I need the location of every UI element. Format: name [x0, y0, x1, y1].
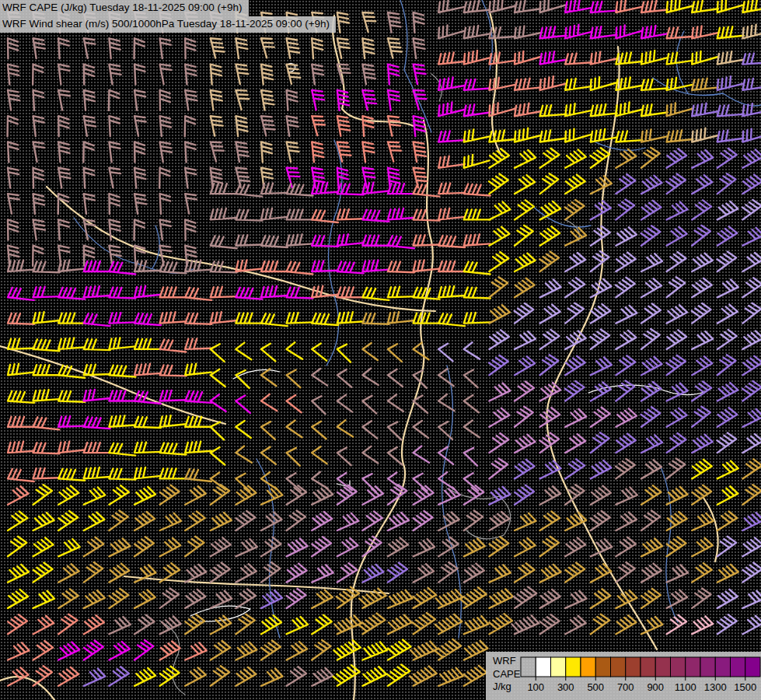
legend-color-cell [700, 657, 715, 677]
legend-color-cell [536, 657, 550, 677]
legend-tick-label: 100 [527, 681, 544, 693]
legend-color-cell [686, 657, 700, 677]
title-line-shear: WRF Wind shear (m/s) 500/1000hPa Tuesday… [0, 16, 336, 33]
legend-tick-label: 700 [617, 681, 634, 693]
legend-label-model: WRF [493, 655, 520, 668]
legend-tick-label: 1300 [704, 681, 727, 693]
title-block: WRF CAPE (J/kg) Tuesday 18-11-2025 09:00… [0, 0, 336, 33]
legend-color-cell [655, 657, 670, 677]
legend-color-cell [671, 657, 686, 677]
legend-color-cell [595, 657, 610, 677]
title-line-cape: WRF CAPE (J/kg) Tuesday 18-11-2025 09:00… [0, 0, 249, 16]
legend-labels: WRF CAPE J/kg [493, 655, 520, 694]
weather-map: WRF CAPE (J/kg) Tuesday 18-11-2025 09:00… [0, 0, 761, 700]
legend-label-variable: CAPE [493, 668, 520, 681]
legend-color-cell [521, 657, 536, 677]
legend-color-cell [641, 657, 655, 677]
legend-color-cell [581, 657, 595, 677]
legend-color-cell [566, 657, 581, 677]
cape-legend: WRF CAPE J/kg 10030050070090011001300150… [486, 652, 761, 700]
legend-tick-label: 300 [557, 681, 574, 693]
legend-tick-label: 500 [587, 681, 604, 693]
legend-label-units: J/kg [493, 681, 520, 694]
legend-tick-label: 1100 [675, 681, 696, 693]
wind-barb-field [2, 0, 761, 686]
legend-tick-label: 900 [647, 681, 664, 693]
legend-color-cell [551, 657, 566, 677]
legend-color-cell [611, 657, 626, 677]
legend-tick-label: 1500 [734, 681, 756, 693]
legend-color-cell [715, 657, 730, 677]
legend-color-cell [745, 657, 760, 677]
legend-color-cell [731, 657, 745, 677]
map-canvas [0, 0, 761, 700]
legend-colorbar: 100300500700900110013001500 [520, 656, 761, 697]
legend-color-cell [626, 657, 641, 677]
